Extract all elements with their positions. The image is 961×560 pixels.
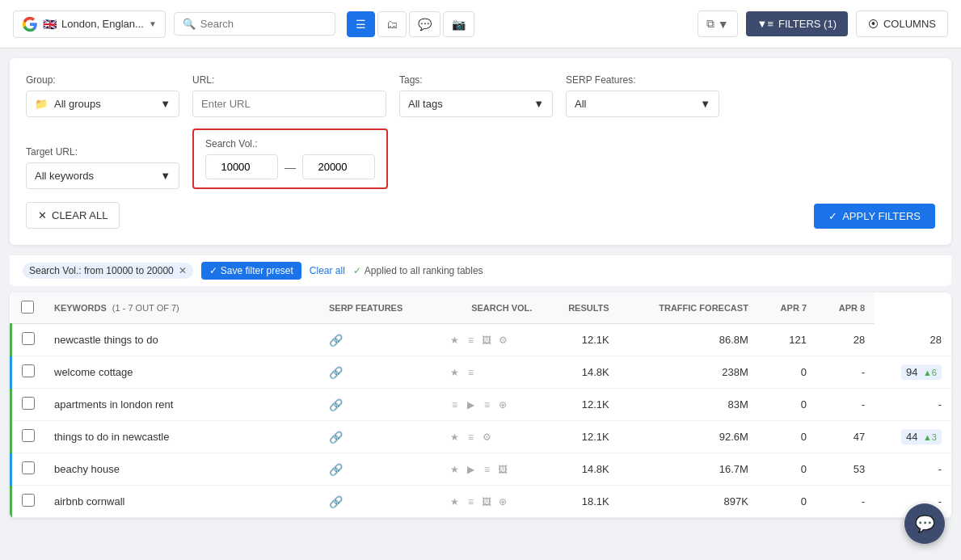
- search-bar[interactable]: 🔍: [174, 12, 335, 36]
- filter-panel: Group: 📁 All groups ▼ URL: Tags: All tag…: [10, 58, 951, 245]
- link-icon[interactable]: 🔗: [329, 431, 343, 444]
- apr7-cell: -: [816, 486, 875, 518]
- tags-select[interactable]: All tags ▼: [399, 91, 553, 117]
- filter-row-top: Group: 📁 All groups ▼ URL: Tags: All tag…: [26, 74, 935, 117]
- flag-icon: 🇬🇧: [43, 18, 57, 31]
- url-input[interactable]: [192, 91, 386, 117]
- view-list-button[interactable]: ☰: [347, 11, 375, 37]
- applied-note: ✓ Applied to all ranking tables: [353, 265, 483, 276]
- view-buttons: ☰ 🗂 💬 📷: [347, 11, 474, 37]
- apr8-header: APR 8: [816, 293, 875, 324]
- tags-filter: Tags: All tags ▼: [399, 74, 553, 117]
- view-chat-button[interactable]: 💬: [409, 11, 440, 37]
- link-cell: 🔗: [319, 486, 438, 518]
- target-url-chevron: ▼: [160, 170, 171, 182]
- apr8-value: 28: [930, 334, 942, 346]
- clear-all-link[interactable]: Clear all: [310, 265, 345, 276]
- vol-max-input[interactable]: [302, 154, 375, 179]
- up-badge: ▲3: [923, 432, 937, 442]
- apr8-value: -: [938, 495, 942, 507]
- row-checkbox[interactable]: [22, 461, 35, 474]
- serp-select[interactable]: All ▼: [566, 91, 719, 117]
- active-filters-bar: Search Vol.: from 10000 to 20000 ✕ ✓ Sav…: [10, 255, 951, 286]
- apr7-cell: 53: [816, 453, 875, 486]
- serp-features-header: SERP FEATURES: [319, 293, 438, 324]
- link-icon[interactable]: 🔗: [329, 398, 343, 411]
- group-filter: Group: 📁 All groups ▼: [26, 74, 179, 117]
- link-cell: 🔗: [319, 356, 438, 389]
- traffic-forecast-header: TRAFFIC FORECAST: [619, 293, 758, 324]
- vol-min-input[interactable]: [205, 154, 278, 179]
- chat-icon: 💬: [915, 514, 935, 524]
- serp-filter: SERP Features: All ▼: [566, 74, 719, 117]
- serp-icons-cell: ≡▶≡⊕: [438, 389, 542, 421]
- url-filter: URL:: [192, 74, 386, 117]
- serp-feature-icon: ⚙: [496, 334, 509, 347]
- url-label: URL:: [192, 74, 386, 86]
- columns-button[interactable]: ⦿ COLUMNS: [856, 11, 948, 37]
- serp-icons-cell: ★≡🖼⊕: [438, 486, 542, 518]
- clear-all-button[interactable]: ✕ CLEAR ALL: [26, 202, 120, 229]
- serp-feature-icon: ▶: [464, 398, 477, 411]
- row-checkbox[interactable]: [22, 332, 35, 345]
- keyword-cell: airbnb cornwall: [44, 486, 319, 518]
- serp-feature-icon: ≡: [480, 398, 493, 411]
- filter-tag-close[interactable]: ✕: [179, 265, 187, 276]
- search-input[interactable]: [200, 18, 314, 30]
- keyword-text: newcastle things to do: [54, 334, 158, 346]
- link-icon[interactable]: 🔗: [329, 495, 343, 508]
- location-text: London, Englan...: [61, 18, 144, 30]
- row-checkbox[interactable]: [22, 364, 35, 377]
- keyword-text: beachy house: [54, 463, 120, 475]
- apr8-cell: 44 ▲3: [875, 421, 951, 453]
- save-preset-button[interactable]: ✓ Save filter preset: [201, 262, 301, 280]
- copy-icon: ⧉: [706, 17, 714, 31]
- serp-features-icons: ★≡🖼⊕: [448, 495, 532, 508]
- serp-feature-icon: ★: [448, 334, 461, 347]
- view-camera-button[interactable]: 📷: [443, 11, 474, 37]
- keyword-cell: things to do in newcastle: [44, 421, 319, 453]
- search-vol-cell: 12.1K: [542, 421, 618, 453]
- results-cell: 92.6M: [619, 421, 758, 453]
- filter-row-bottom: Target URL: All keywords ▼ Search Vol.: …: [26, 128, 935, 189]
- save-preset-label: Save filter preset: [221, 265, 293, 276]
- location-selector[interactable]: 🇬🇧 London, Englan... ▼: [13, 11, 166, 38]
- apr7-cell: 47: [816, 421, 875, 453]
- serp-features-icons: ★≡⚙: [448, 431, 532, 444]
- apply-filters-button[interactable]: ✓ APPLY FILTERS: [814, 204, 935, 229]
- serp-features-icons: ★≡🖼⚙: [448, 334, 532, 347]
- filter-tag: Search Vol.: from 10000 to 20000 ✕: [23, 263, 193, 279]
- apr8-cell: 28: [875, 324, 951, 356]
- link-icon[interactable]: 🔗: [329, 334, 343, 347]
- traffic-cell: 0: [758, 421, 816, 453]
- apr8-cell: -: [875, 453, 951, 486]
- table-row: apartments in london rent 🔗 ≡▶≡⊕ 12.1K 8…: [11, 389, 952, 421]
- copy-button[interactable]: ⧉ ▼: [698, 11, 738, 37]
- target-url-filter: Target URL: All keywords ▼: [26, 146, 179, 189]
- serp-icons-cell: ★≡: [438, 356, 542, 389]
- view-folder-button[interactable]: 🗂: [377, 11, 407, 37]
- x-icon: ✕: [38, 209, 47, 221]
- serp-icons-cell: ★▶≡🖼: [438, 453, 542, 486]
- copy-chevron: ▼: [718, 18, 729, 31]
- row-checkbox[interactable]: [22, 429, 35, 442]
- keyword-cell: apartments in london rent: [44, 389, 319, 421]
- table-row: welcome cottage 🔗 ★≡ 14.8K 238M 0 - 94 ▲…: [11, 356, 952, 389]
- select-all-checkbox[interactable]: [21, 301, 34, 314]
- keywords-header: KEYWORDS (1 - 7 OUT OF 7): [44, 293, 319, 324]
- applied-label: Applied to all ranking tables: [365, 265, 483, 276]
- link-icon[interactable]: 🔗: [329, 366, 343, 379]
- serp-feature-icon: ≡: [464, 366, 477, 379]
- serp-feature-icon: 🖼: [480, 334, 493, 347]
- filters-label: FILTERS (1): [778, 18, 837, 30]
- serp-feature-icon: ⚙: [480, 431, 493, 444]
- group-label: Group:: [26, 74, 179, 86]
- row-checkbox[interactable]: [22, 494, 35, 507]
- table-row: beachy house 🔗 ★▶≡🖼 14.8K 16.7M 0 53 -: [11, 453, 952, 486]
- filters-button[interactable]: ▼≡ FILTERS (1): [746, 11, 848, 36]
- link-icon[interactable]: 🔗: [329, 463, 343, 476]
- apr8-cell: -: [875, 389, 951, 421]
- row-checkbox[interactable]: [22, 397, 35, 410]
- target-url-select[interactable]: All keywords ▼: [26, 162, 179, 189]
- group-select[interactable]: 📁 All groups ▼: [26, 91, 179, 117]
